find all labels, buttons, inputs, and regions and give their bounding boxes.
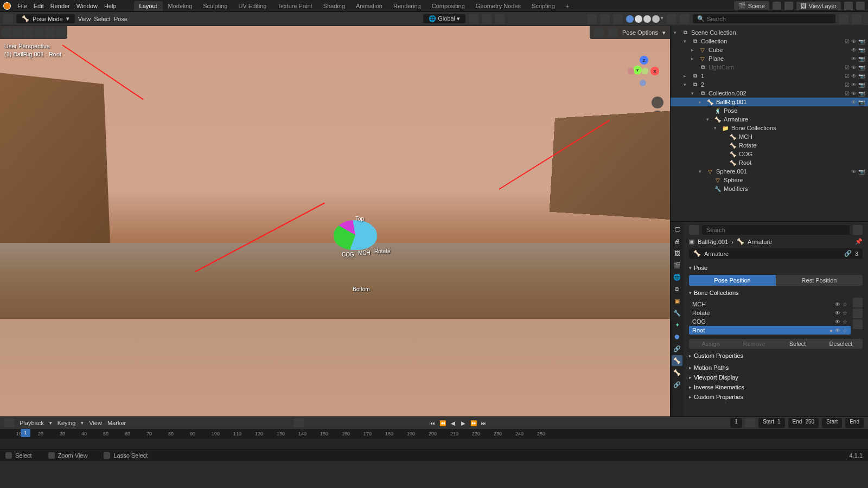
render-icon[interactable]: 📷	[858, 73, 865, 79]
tab-geo-nodes[interactable]: Geometry Nodes	[470, 1, 526, 11]
tab-texture[interactable]: Texture Paint	[272, 1, 317, 11]
outliner-row-root[interactable]: 🦴Root	[671, 158, 868, 167]
outliner-scene-collection[interactable]: ▾ ⧉ Scene Collection	[671, 28, 868, 37]
tab-modeling[interactable]: Modeling	[163, 1, 198, 11]
keyframe-prev-icon[interactable]: ⏪	[438, 419, 447, 427]
scene-new-icon[interactable]	[773, 2, 781, 10]
outliner-row-mch[interactable]: 🦴MCH	[671, 132, 868, 141]
viewport-pose-menu[interactable]: Pose	[114, 16, 127, 22]
3d-viewport[interactable]: Pose Options ▾ User Perspective (1) Ball…	[0, 26, 670, 416]
scene-delete-icon[interactable]	[784, 2, 793, 10]
tab-layout[interactable]: Layout	[134, 1, 163, 11]
render-icon[interactable]: 📷	[858, 82, 865, 88]
expand-toggle-icon[interactable]: ▸	[684, 73, 689, 79]
end-frame-field[interactable]: End 250	[788, 418, 819, 428]
section-pose[interactable]: ▾Pose	[689, 263, 863, 273]
ptab-boneconstraint-icon[interactable]: 🔗	[672, 379, 682, 390]
ptab-collection-icon[interactable]: ⧉	[672, 284, 682, 294]
tab-rendering[interactable]: Rendering	[388, 1, 426, 11]
breadcrumb-obj[interactable]: BallRig.001	[698, 239, 728, 245]
bone-collection-row-cog[interactable]: COG👁☆	[689, 317, 851, 326]
menu-window[interactable]: Window	[76, 3, 98, 9]
section-bone-collections[interactable]: ▾Bone Collections	[689, 288, 863, 298]
ptab-modifier-icon[interactable]: 🔧	[672, 307, 682, 318]
section-custom-props-inner[interactable]: ▸Custom Properties	[689, 351, 863, 361]
rendered-shading-icon[interactable]	[652, 15, 660, 23]
new-collection-icon[interactable]	[852, 14, 861, 24]
outliner-row-sphere[interactable]: ▽Sphere	[671, 176, 868, 184]
select-mode-1-icon[interactable]	[12, 28, 22, 37]
select-mode-2-icon[interactable]	[23, 28, 33, 37]
ptab-scene-icon[interactable]: 🎬	[672, 260, 682, 271]
expand-toggle-icon[interactable]: ▸	[691, 56, 697, 61]
menu-file[interactable]: File	[17, 3, 27, 9]
select-mode-3-icon[interactable]	[34, 28, 44, 37]
expand-toggle-icon[interactable]: ▾	[691, 91, 697, 96]
remove-button[interactable]: Remove	[732, 339, 776, 349]
render-icon[interactable]: 📷	[858, 91, 865, 97]
solid-shading-icon[interactable]	[635, 15, 642, 23]
armature-name-value[interactable]: Armature	[704, 251, 841, 257]
editor-type-icon[interactable]	[3, 14, 13, 24]
bone-collection-row-root[interactable]: Root●👁☆	[689, 326, 851, 335]
ptab-constraint-icon[interactable]: 🔗	[672, 343, 682, 354]
gizmo-x-axis-icon[interactable]: X	[650, 67, 659, 75]
ptab-bone-icon[interactable]: 🦴	[672, 367, 682, 378]
tab-compositing[interactable]: Compositing	[426, 1, 470, 11]
expand-toggle-icon[interactable]: ▸	[699, 99, 704, 105]
timeline-ruler[interactable]: 1 10203040506070809010011012013014015016…	[0, 429, 868, 439]
zoom-icon[interactable]	[652, 97, 663, 108]
section-custom-props[interactable]: ▸Custom Properties	[689, 392, 863, 402]
visibility-icon[interactable]: 👁	[851, 47, 857, 53]
outliner-row-cog[interactable]: 🦴COG	[671, 150, 868, 158]
keying-menu[interactable]: Keying	[58, 420, 76, 426]
solo-icon[interactable]: ☆	[843, 310, 847, 316]
wireframe-shading-icon[interactable]	[626, 15, 634, 23]
outliner-row-lightcam[interactable]: ⧉LightCam☑👁📷	[671, 63, 868, 72]
outliner-row-pose[interactable]: 🕺Pose	[671, 106, 868, 115]
outliner-row-rotate[interactable]: 🦴Rotate	[671, 141, 868, 150]
ptab-viewlayer-icon[interactable]: 🖼	[672, 248, 682, 259]
remove-bone-coll-icon[interactable]	[853, 309, 863, 318]
menu-edit[interactable]: Edit	[34, 3, 44, 9]
filter-icon[interactable]	[839, 14, 848, 24]
ptab-render-icon[interactable]: 🖵	[672, 224, 682, 235]
visibility-icon[interactable]: 👁	[851, 65, 857, 70]
ptab-object-icon[interactable]: ▣	[672, 296, 682, 306]
tab-shading[interactable]: Shading	[318, 1, 350, 11]
tab-add[interactable]: +	[560, 1, 575, 11]
ptab-output-icon[interactable]: 🖨	[672, 236, 682, 247]
expand-toggle-icon[interactable]: ▾	[699, 169, 704, 174]
expand-toggle-icon[interactable]: ▾	[684, 38, 689, 44]
deselect-button[interactable]: Deselect	[819, 339, 863, 349]
pose-options-dropdown[interactable]: Pose Options ▾	[590, 26, 670, 39]
preview-range-icon[interactable]	[745, 418, 755, 428]
timeline-editor-icon[interactable]	[4, 418, 14, 428]
visibility-icon[interactable]: 👁	[835, 301, 840, 307]
section-motion-paths[interactable]: ▸Motion Paths	[689, 363, 863, 373]
ptab-particle-icon[interactable]: ✦	[672, 319, 682, 330]
ptab-physics-icon[interactable]: ⬢	[672, 331, 682, 342]
scene-selector[interactable]: 🎬 Scene	[734, 1, 769, 10]
matprev-shading-icon[interactable]	[643, 15, 651, 23]
timeline-track[interactable]	[0, 439, 868, 450]
cursor-tool-icon[interactable]	[2, 28, 11, 37]
outliner-row-collection[interactable]: ▾⧉Collection☑👁📷	[671, 37, 868, 46]
section-ik[interactable]: ▸Inverse Kinematics	[689, 382, 863, 392]
pivot-icon[interactable]	[469, 14, 478, 24]
select-mode-5-icon[interactable]	[56, 28, 66, 37]
visibility-icon[interactable]: 👁	[835, 328, 840, 333]
render-icon[interactable]: 📷	[858, 169, 865, 175]
gizmo-neg-y-icon[interactable]	[642, 68, 648, 74]
gizmo-neg-z-icon[interactable]	[640, 80, 646, 86]
jump-start-icon[interactable]: ⏮	[428, 419, 437, 427]
outliner-row-collection-002[interactable]: ▾⧉Collection.002☑👁📷	[671, 89, 868, 98]
tl-view-menu[interactable]: View	[89, 420, 102, 426]
outliner-editor-icon[interactable]	[667, 14, 676, 24]
show-gizmo-icon[interactable]	[587, 14, 597, 24]
properties-editor-icon[interactable]	[689, 225, 699, 235]
tab-uv[interactable]: UV Editing	[233, 1, 272, 11]
show-overlays-icon[interactable]	[600, 14, 610, 24]
viewlayer-delete-icon[interactable]	[856, 2, 865, 10]
gizmo-y-axis-icon[interactable]: Y	[633, 66, 642, 74]
